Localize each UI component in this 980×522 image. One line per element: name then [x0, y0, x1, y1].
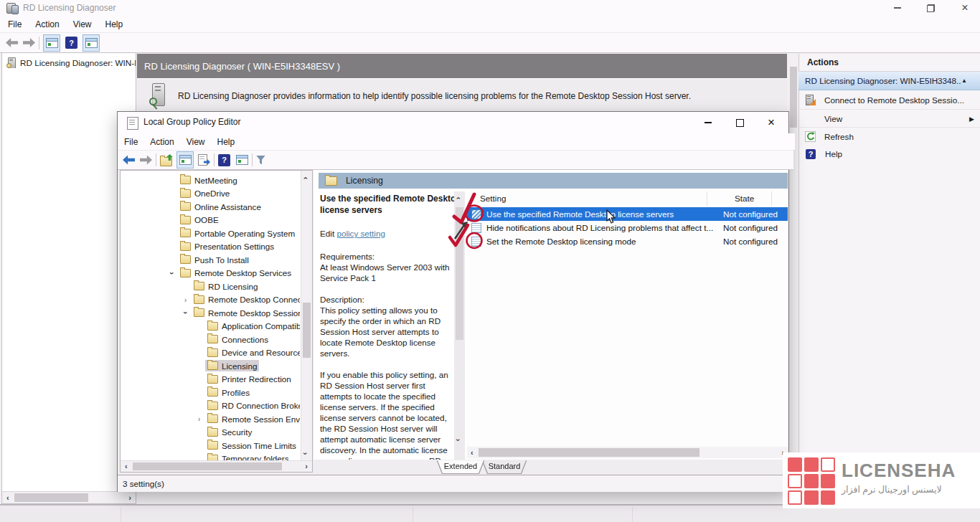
expander-icon[interactable] — [193, 414, 205, 423]
export-list-icon[interactable] — [198, 154, 210, 166]
tree-item[interactable]: NetMeeting — [121, 174, 300, 187]
tree-item[interactable]: Device and Resource — [121, 346, 300, 360]
tree-item[interactable]: Security — [121, 426, 300, 440]
panel-header-bar: Licensing — [319, 173, 788, 189]
tree-item[interactable]: Connections — [121, 333, 300, 346]
collapse-icon[interactable]: ▲ — [961, 77, 967, 84]
app-icon — [6, 2, 18, 14]
outer-tree-item[interactable]: RD Licensing Diagnoser: WIN-E — [2, 53, 136, 68]
tree-item[interactable]: Application Compatib — [121, 320, 300, 333]
tree-item[interactable]: Push To Install — [121, 253, 300, 267]
show-console-tree-icon[interactable] — [43, 34, 60, 52]
outer-titlebar: RD Licensing Diagnoser × — [0, 0, 980, 16]
folder-icon — [325, 176, 337, 186]
gpe-app-icon — [127, 117, 138, 130]
tree-vscrollbar[interactable]: › › — [301, 171, 312, 461]
tree-item[interactable]: Session Time Limits — [121, 439, 300, 452]
setting-row[interactable]: Set the Remote Desktop licensing mode No… — [467, 234, 788, 248]
show-action-pane-icon[interactable] — [83, 34, 100, 52]
back-icon[interactable] — [6, 38, 18, 47]
outer-restore-button[interactable] — [920, 0, 941, 16]
action-refresh[interactable]: Refresh — [798, 127, 980, 146]
tab-standard[interactable]: Standard — [483, 460, 526, 473]
diagnoser-description: RD Licensing Diagnoser provides informat… — [178, 91, 691, 101]
tree-item[interactable]: Printer Redirection — [121, 373, 300, 386]
action-help[interactable]: ? Help — [798, 145, 980, 163]
outer-menu-action[interactable]: Action — [35, 19, 59, 29]
setting-description-pane: Use the specified Remote Desktop license… — [320, 193, 458, 460]
back-icon[interactable] — [123, 156, 135, 165]
tree-item[interactable]: Presentation Settings — [121, 240, 300, 254]
show-action-pane-icon[interactable] — [236, 155, 248, 165]
folder-icon — [180, 255, 191, 264]
folder-icon — [180, 202, 191, 211]
setting-row[interactable]: Hide notifications about RD Licensing pr… — [467, 221, 788, 234]
gpe-toolbar: ? — [118, 150, 793, 170]
settings-hscrollbar[interactable]: ‹ › — [467, 447, 788, 458]
folder-icon — [207, 361, 218, 370]
help-icon[interactable]: ? — [218, 154, 230, 166]
gpe-menubar: File Action View Help — [118, 133, 795, 150]
refresh-icon — [805, 131, 816, 142]
policy-icon — [471, 209, 481, 219]
outer-menu-file[interactable]: File — [8, 19, 22, 29]
description-paragraph: This policy setting allows you to specif… — [320, 305, 458, 359]
gpe-close-button[interactable]: × — [757, 112, 786, 133]
outer-minimize-button[interactable] — [887, 0, 908, 16]
outer-pane-hscrollbar[interactable]: ‹ › — [2, 491, 136, 503]
action-connect[interactable]: Connect to Remote Desktop Sessio... — [798, 91, 980, 109]
tree-item[interactable]: Remote Session Envir — [121, 412, 300, 426]
tree-item[interactable]: RD Licensing — [121, 280, 300, 293]
tree-item[interactable]: Remote Desktop Connec — [121, 293, 300, 307]
gpe-menu-action[interactable]: Action — [150, 137, 174, 147]
actions-group-header[interactable]: RD Licensing Diagnoser: WIN-E5IH3348... … — [798, 72, 980, 90]
tree-item[interactable]: Portable Operating System — [121, 227, 300, 240]
gpe-minimize-button[interactable] — [694, 112, 722, 133]
expander-icon[interactable] — [179, 295, 192, 304]
column-header-state[interactable]: State — [707, 191, 772, 206]
tab-standard-wrap: Standard — [483, 460, 526, 473]
description-vscrollbar[interactable]: › › — [454, 191, 465, 460]
setting-row[interactable]: Use the specified Remote Desktop license… — [467, 207, 788, 221]
diagnoser-server-icon — [149, 83, 168, 110]
expander-icon[interactable] — [166, 269, 178, 277]
gpe-maximize-button[interactable] — [725, 112, 754, 133]
gpe-menu-help[interactable]: Help — [217, 137, 235, 147]
outer-menu-view[interactable]: View — [73, 19, 92, 29]
folder-icon — [207, 402, 218, 410]
expander-icon[interactable] — [179, 308, 192, 317]
tree-item[interactable]: Online Assistance — [121, 200, 300, 214]
tree-hscrollbar[interactable]: ‹ › — [121, 460, 312, 472]
folder-icon — [180, 216, 191, 224]
outer-close-button[interactable]: × — [954, 0, 976, 16]
forward-icon[interactable] — [23, 38, 35, 47]
tree-item[interactable]: RD Connection Broke — [121, 399, 300, 413]
gpe-menu-file[interactable]: File — [124, 137, 138, 147]
tree-item[interactable]: Remote Desktop Session — [121, 306, 300, 320]
tab-extended[interactable]: Extended — [438, 460, 484, 473]
toolbar-separator — [214, 153, 215, 166]
action-view[interactable]: View ▶ — [798, 109, 980, 128]
tree-item[interactable]: Remote Desktop Services — [121, 267, 300, 280]
forward-icon[interactable] — [140, 156, 152, 165]
tree-item[interactable]: Licensing — [121, 359, 300, 373]
outer-menu-help[interactable]: Help — [105, 19, 123, 29]
connect-server-icon — [805, 95, 816, 105]
tree-item[interactable]: OOBE — [121, 214, 300, 227]
actions-title: Actions — [807, 57, 839, 67]
filter-icon[interactable] — [256, 156, 265, 165]
up-one-level-icon[interactable] — [160, 154, 173, 166]
help-icon[interactable]: ? — [65, 37, 77, 49]
tree-item[interactable]: Profiles — [121, 386, 300, 399]
tree-item[interactable]: OneDrive — [121, 187, 300, 201]
policy-setting-link[interactable]: policy setting — [336, 229, 385, 238]
folder-icon — [180, 269, 191, 277]
description-paragraph: If you enable this policy setting, an RD… — [320, 369, 458, 460]
policy-icon — [471, 223, 481, 233]
gpe-menu-view[interactable]: View — [187, 137, 205, 147]
column-header-setting[interactable]: Setting — [467, 191, 707, 206]
folder-icon — [194, 282, 204, 290]
show-console-tree-icon[interactable] — [176, 151, 194, 169]
requirements-label: Requirements: — [320, 251, 458, 262]
outer-vscrollbar[interactable] — [788, 54, 798, 491]
